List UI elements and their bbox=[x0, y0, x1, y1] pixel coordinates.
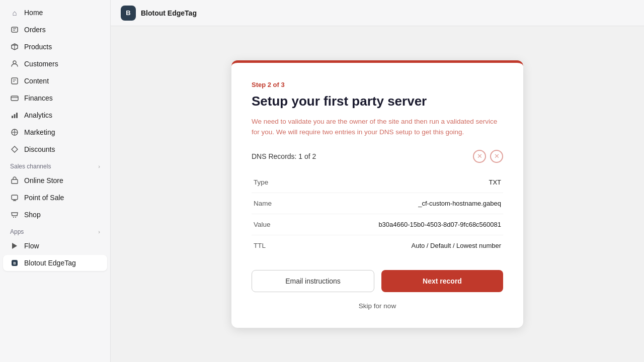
button-row: Email instructions Next record bbox=[252, 270, 503, 292]
card-title: Setup your first party server bbox=[252, 94, 503, 109]
point-of-sale-icon bbox=[10, 193, 19, 202]
apps-chevron[interactable]: › bbox=[98, 229, 100, 235]
main-content: B Blotout EdgeTag Step 2 of 3 Setup your… bbox=[111, 0, 644, 362]
topbar-title: Blotout EdgeTag bbox=[141, 9, 197, 17]
field-label-value: Value bbox=[252, 214, 292, 235]
sidebar-item-label: Home bbox=[24, 9, 43, 17]
sidebar-item-analytics[interactable]: Analytics bbox=[3, 107, 107, 123]
sidebar-item-label: Orders bbox=[24, 26, 46, 34]
sidebar-item-shop[interactable]: Shop bbox=[3, 207, 107, 223]
field-value-type: TXT bbox=[292, 172, 503, 193]
step-label: Step 2 of 3 bbox=[252, 81, 503, 88]
card-body: Step 2 of 3 Setup your first party serve… bbox=[231, 63, 523, 327]
svg-rect-10 bbox=[11, 96, 18, 101]
sidebar-item-label: Content bbox=[24, 77, 49, 85]
svg-rect-0 bbox=[12, 27, 18, 32]
products-icon bbox=[10, 42, 19, 51]
sidebar-item-label: Products bbox=[24, 43, 52, 51]
svg-point-6 bbox=[13, 61, 16, 64]
sidebar-item-orders[interactable]: Orders bbox=[3, 22, 107, 38]
sidebar-item-point-of-sale[interactable]: Point of Sale bbox=[3, 190, 107, 206]
sidebar-item-discounts[interactable]: Discounts bbox=[3, 141, 107, 157]
svg-rect-14 bbox=[16, 113, 18, 118]
svg-rect-18 bbox=[12, 179, 18, 184]
dns-records-label: DNS Records: 1 of 2 bbox=[252, 152, 316, 160]
sidebar-item-online-store[interactable]: Online Store bbox=[3, 172, 107, 189]
sidebar-item-finances[interactable]: Finances bbox=[3, 90, 107, 106]
sidebar-item-content[interactable]: Content bbox=[3, 73, 107, 89]
flow-icon bbox=[10, 241, 19, 250]
sidebar-item-customers[interactable]: Customers bbox=[3, 56, 107, 72]
close-circle-icon-2[interactable]: ✕ bbox=[490, 150, 503, 163]
setup-card: Step 2 of 3 Setup your first party serve… bbox=[231, 60, 523, 327]
svg-point-22 bbox=[13, 217, 14, 218]
orders-icon bbox=[10, 25, 19, 34]
customers-icon bbox=[10, 59, 19, 68]
sidebar-item-label: Discounts bbox=[24, 145, 55, 153]
svg-marker-24 bbox=[12, 243, 17, 249]
table-row: TTL Auto / Default / Lowest number bbox=[252, 235, 503, 256]
sidebar-item-label: Shop bbox=[24, 211, 41, 219]
svg-text:B: B bbox=[13, 261, 16, 265]
field-value-name: _cf-custom-hostname.gabeq bbox=[292, 193, 503, 214]
discounts-icon bbox=[10, 145, 19, 154]
svg-rect-7 bbox=[12, 78, 18, 84]
field-label-ttl: TTL bbox=[252, 235, 292, 256]
sidebar-item-home[interactable]: ⌂ Home bbox=[3, 5, 107, 21]
dns-records-header: DNS Records: 1 of 2 ✕ ✕ bbox=[252, 150, 503, 163]
sidebar-item-label: Analytics bbox=[24, 111, 52, 119]
svg-point-23 bbox=[15, 217, 16, 218]
field-label-name: Name bbox=[252, 193, 292, 214]
blotout-icon: B bbox=[10, 258, 19, 267]
sidebar-item-flow[interactable]: Flow bbox=[3, 238, 107, 254]
analytics-icon bbox=[10, 111, 19, 120]
table-row: Type TXT bbox=[252, 172, 503, 193]
field-value-ttl: Auto / Default / Lowest number bbox=[292, 235, 503, 256]
sidebar-item-products[interactable]: Products bbox=[3, 39, 107, 55]
sidebar-item-marketing[interactable]: Marketing bbox=[3, 124, 107, 140]
shop-icon bbox=[10, 210, 19, 219]
table-row: Value b30a4660-15b0-4503-8d07-9fc68c5600… bbox=[252, 214, 503, 235]
sales-channels-chevron[interactable]: › bbox=[98, 163, 100, 169]
sidebar-item-blotout-edgetag[interactable]: B Blotout EdgeTag bbox=[3, 255, 107, 271]
next-record-button[interactable]: Next record bbox=[381, 270, 503, 292]
sales-channels-section: Sales channels › bbox=[0, 158, 110, 172]
home-icon: ⌂ bbox=[10, 8, 19, 17]
sidebar-item-label: Online Store bbox=[24, 176, 63, 185]
field-value-value: b30a4660-15b0-4503-8d07-9fc68c560081 bbox=[292, 214, 503, 235]
sidebar-item-label: Customers bbox=[24, 60, 58, 68]
sidebar-item-label: Point of Sale bbox=[24, 194, 64, 202]
online-store-icon bbox=[10, 176, 19, 185]
svg-rect-12 bbox=[12, 116, 13, 118]
table-row: Name _cf-custom-hostname.gabeq bbox=[252, 193, 503, 214]
card-description: We need to validate you are the owner of… bbox=[252, 117, 503, 138]
dns-table: Type TXT Name _cf-custom-hostname.gabeq … bbox=[252, 172, 503, 256]
marketing-icon bbox=[10, 128, 19, 137]
email-instructions-button[interactable]: Email instructions bbox=[252, 270, 374, 292]
finances-icon bbox=[10, 94, 19, 103]
sidebar-item-label: Finances bbox=[24, 94, 53, 102]
topbar: B Blotout EdgeTag bbox=[111, 0, 644, 26]
skip-for-now-link[interactable]: Skip for now bbox=[252, 300, 503, 312]
sidebar-item-label: Flow bbox=[24, 242, 39, 250]
sidebar-item-label: Marketing bbox=[24, 128, 55, 136]
svg-rect-13 bbox=[14, 114, 16, 118]
dns-icons: ✕ ✕ bbox=[473, 150, 503, 163]
sidebar: ⌂ Home Orders Products Customers Content… bbox=[0, 0, 111, 362]
app-icon: B bbox=[121, 6, 136, 21]
sidebar-item-label: Blotout EdgeTag bbox=[24, 259, 76, 267]
svg-rect-19 bbox=[12, 195, 18, 200]
field-label-type: Type bbox=[252, 172, 292, 193]
apps-section: Apps › bbox=[0, 223, 110, 237]
close-circle-icon-1[interactable]: ✕ bbox=[473, 150, 486, 163]
content-icon bbox=[10, 76, 19, 85]
content-area: Step 2 of 3 Setup your first party serve… bbox=[111, 26, 644, 362]
